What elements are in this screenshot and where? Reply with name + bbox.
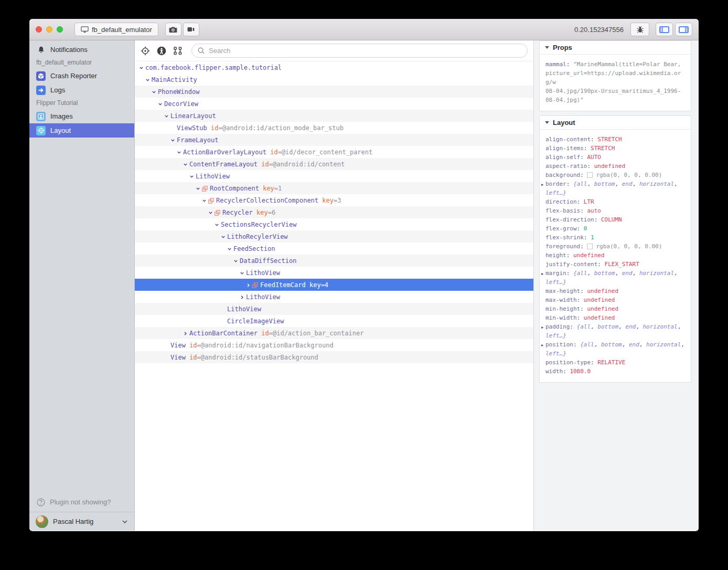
props-body: mammal: "MarineMammal(title=Polar Bear,p… bbox=[540, 55, 691, 111]
chevron-down-icon[interactable] bbox=[202, 197, 208, 203]
chevron-down-icon[interactable] bbox=[221, 234, 227, 239]
right-panel-icon bbox=[679, 26, 689, 33]
chevron-down-icon[interactable] bbox=[233, 258, 240, 263]
layout-prop-min-width: min-width: undefined bbox=[545, 313, 688, 322]
node-name: PhoneWindow bbox=[158, 88, 199, 96]
chevron-down-icon[interactable] bbox=[189, 173, 196, 179]
chevron-right-icon[interactable] bbox=[246, 282, 252, 288]
tree-node-view[interactable]: View id=@android:id/navigationBarBackgro… bbox=[135, 339, 533, 351]
chevron-down-icon[interactable] bbox=[215, 221, 221, 227]
sidebar-item-layout[interactable]: Layout bbox=[29, 123, 134, 138]
layout-prop-border[interactable]: ▶border: {all, bottom, end, horizontal, … bbox=[545, 180, 688, 197]
layout-body: align-content: STRETCHalign-items: STRET… bbox=[540, 130, 691, 382]
tree-node-lithorecylerview[interactable]: LithoRecylerView bbox=[135, 230, 533, 242]
tree-node-recyclercollectioncomponent[interactable]: RecyclerCollectionComponent key=3 bbox=[135, 194, 533, 206]
tree-node-view[interactable]: View id=@android:id/statusBarBackground bbox=[135, 351, 533, 363]
node-attr-value: @android:id/statusBarBackground bbox=[201, 354, 318, 361]
expand-arrow-icon[interactable]: ▶ bbox=[541, 270, 543, 279]
chevron-down-icon[interactable] bbox=[240, 270, 246, 276]
chevron-right-icon[interactable] bbox=[240, 294, 246, 300]
toggle-left-panel-button[interactable] bbox=[656, 23, 673, 36]
screenshot-button[interactable] bbox=[165, 23, 181, 36]
chevron-down-icon[interactable] bbox=[139, 65, 145, 70]
user-account-row[interactable]: Pascal Hartig bbox=[29, 512, 134, 531]
minimize-button[interactable] bbox=[46, 26, 52, 33]
node-name: ActionBarContainer bbox=[189, 330, 258, 337]
chevron-down-icon[interactable] bbox=[177, 149, 183, 155]
search-icon bbox=[197, 47, 205, 55]
chevron-down-icon[interactable] bbox=[196, 185, 202, 191]
layout-section-header[interactable]: Layout bbox=[540, 116, 691, 130]
camera-icon bbox=[169, 26, 177, 33]
target-mode-icon[interactable] bbox=[141, 46, 150, 56]
layout-prop-padding[interactable]: ▶padding: {all, bottom, end, horizontal,… bbox=[545, 322, 688, 340]
accessibility-mode-icon[interactable] bbox=[157, 46, 166, 56]
bug-icon bbox=[636, 26, 644, 34]
chevron-down-icon[interactable] bbox=[152, 89, 158, 94]
bell-icon bbox=[36, 46, 46, 54]
chevron-down-icon[interactable] bbox=[227, 246, 233, 251]
sidebar-item-logs[interactable]: Logs bbox=[29, 83, 134, 97]
screen-record-button[interactable] bbox=[183, 23, 199, 36]
chevron-down-icon[interactable] bbox=[145, 77, 152, 82]
tree-node-lithoview[interactable]: LithoView bbox=[135, 291, 533, 303]
close-button[interactable] bbox=[36, 26, 42, 33]
plugin-help-link[interactable]: Plugin not showing? bbox=[29, 492, 134, 512]
layout-prop-foreground: foreground: rgba(0, 0, 0, 0.00) bbox=[545, 242, 688, 251]
tree-node-viewstub[interactable]: ViewStub id=@android:id/action_mode_bar_… bbox=[135, 122, 533, 134]
zoom-button[interactable] bbox=[57, 26, 63, 33]
tree-node-recycler[interactable]: Recycler key=6 bbox=[135, 206, 533, 218]
expand-arrow-icon[interactable]: ▶ bbox=[541, 323, 543, 332]
chevron-down-icon[interactable] bbox=[158, 101, 164, 107]
node-name: LithoRecylerView bbox=[227, 233, 288, 240]
tree-node-actionbaroverlaylayout[interactable]: ActionBarOverlayLayout id=@id/decor_cont… bbox=[135, 146, 533, 158]
layout-section: Layout align-content: STRETCHalign-items… bbox=[539, 115, 691, 383]
sidebar-item-crash-reporter[interactable]: Crash Reporter bbox=[29, 69, 134, 83]
expand-arrow-icon[interactable]: ▶ bbox=[541, 181, 543, 189]
tree-node-decorview[interactable]: DecorView bbox=[135, 98, 533, 110]
node-name: ContentFrameLayout bbox=[189, 161, 258, 168]
expand-arrow-icon[interactable]: ▶ bbox=[541, 341, 543, 350]
chevron-down-icon[interactable] bbox=[183, 161, 189, 167]
tree-node-circleimageview[interactable]: CircleImageView bbox=[135, 315, 533, 327]
tree-node-feedsection[interactable]: FeedSection bbox=[135, 242, 533, 255]
node-name: FeedItemCard bbox=[260, 281, 306, 289]
layout-prop-position[interactable]: ▶position: {all, bottom, end, horizontal… bbox=[545, 340, 688, 358]
sidebar-item-notifications[interactable]: Notifications bbox=[29, 43, 134, 57]
search-input[interactable] bbox=[209, 47, 522, 55]
tree-node-lithoview[interactable]: LithoView bbox=[135, 170, 533, 182]
device-selector-tab[interactable]: fb_default_emulator bbox=[74, 23, 158, 36]
tree-node-lithoview[interactable]: LithoView bbox=[135, 303, 533, 315]
litho-component-icon bbox=[252, 282, 260, 288]
node-name: FrameLayout bbox=[177, 136, 218, 144]
tree-node-sectionsrecyclerview[interactable]: SectionsRecyclerView bbox=[135, 218, 533, 230]
bug-report-button[interactable] bbox=[630, 23, 649, 36]
tree-node-feeditemcard[interactable]: FeedItemCard key=4 bbox=[135, 279, 533, 291]
chevron-down-icon[interactable] bbox=[208, 209, 215, 215]
sidebar-item-images[interactable]: Images bbox=[29, 109, 134, 123]
tree-node-com-facebook-flipper-sample-tutorial[interactable]: com.facebook.flipper.sample.tutorial bbox=[135, 61, 533, 73]
tree-node-phonewindow[interactable]: PhoneWindow bbox=[135, 86, 533, 98]
plugin-sidebar: Notificationsfb_default_emulatorCrash Re… bbox=[29, 40, 134, 531]
layout-prop-margin[interactable]: ▶margin: {all, bottom, end, horizontal, … bbox=[545, 269, 688, 287]
layout-icon bbox=[36, 126, 46, 135]
toggle-right-panel-button[interactable] bbox=[675, 23, 692, 36]
tree-node-lithoview[interactable]: LithoView bbox=[135, 267, 533, 279]
plugin-help-label: Plugin not showing? bbox=[50, 498, 111, 506]
logs-icon bbox=[36, 86, 46, 95]
tree-node-framelayout[interactable]: FrameLayout bbox=[135, 134, 533, 146]
node-attr-value: 6 bbox=[272, 209, 275, 216]
tree-node-mainactivity[interactable]: MainActivity bbox=[135, 73, 533, 86]
sidebar-item-label: Notifications bbox=[50, 46, 88, 54]
tree-node-contentframelayout[interactable]: ContentFrameLayout id=@android:id/conten… bbox=[135, 158, 533, 170]
layout-prop-flex-grow: flex-grow: 0 bbox=[545, 224, 688, 233]
chevron-down-icon[interactable] bbox=[164, 113, 170, 119]
props-section-header[interactable]: Props bbox=[540, 41, 691, 55]
tree-node-datadiffsection[interactable]: DataDiffSection bbox=[135, 255, 533, 267]
chevron-down-icon[interactable] bbox=[170, 137, 177, 143]
tree-node-rootcomponent[interactable]: RootComponent key=1 bbox=[135, 182, 533, 194]
chevron-right-icon[interactable] bbox=[183, 331, 189, 336]
tree-node-linearlayout[interactable]: LinearLayout bbox=[135, 110, 533, 122]
tree-node-actionbarcontainer[interactable]: ActionBarContainer id=@id/action_bar_con… bbox=[135, 327, 533, 339]
expand-tree-icon[interactable] bbox=[173, 46, 183, 56]
